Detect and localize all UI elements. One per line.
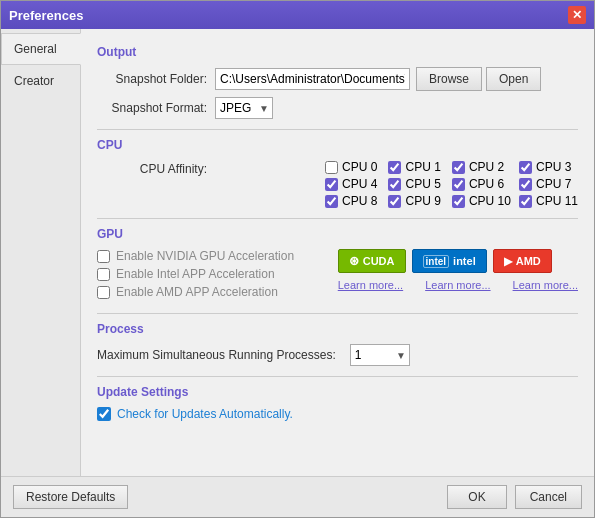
cpu-7-label: CPU 7	[536, 177, 571, 191]
cpu-8-label: CPU 8	[342, 194, 377, 208]
gpu-buttons: ⊛ CUDA intel intel ▶ AMD Learn	[338, 249, 578, 303]
cpu-10-label: CPU 10	[469, 194, 511, 208]
sidebar-item-general[interactable]: General	[1, 33, 81, 65]
amd-icon: ▶	[504, 255, 512, 268]
intel-icon: intel	[423, 255, 450, 268]
amd-button[interactable]: ▶ AMD	[493, 249, 552, 273]
snapshot-format-select[interactable]: JPEG PNG BMP	[215, 97, 273, 119]
gpu-intel-row: Enable Intel APP Acceleration	[97, 267, 322, 281]
cpu-9-label: CPU 9	[405, 194, 440, 208]
cpu-8-item: CPU 8	[325, 194, 380, 208]
check-updates-label: Check for Updates Automatically.	[117, 407, 293, 421]
snapshot-folder-row: Snapshot Folder: Browse Open	[97, 67, 578, 91]
process-row: Maximum Simultaneous Running Processes: …	[97, 344, 578, 366]
gpu-nvidia-row: Enable NVIDIA GPU Acceleration	[97, 249, 322, 263]
learn-more-amd[interactable]: Learn more...	[513, 279, 578, 291]
cpu-11-checkbox[interactable]	[519, 195, 532, 208]
cpu-11-label: CPU 11	[536, 194, 578, 208]
cpu-1-label: CPU 1	[405, 160, 440, 174]
process-section-label: Process	[97, 322, 578, 336]
check-updates-checkbox[interactable]	[97, 407, 111, 421]
max-processes-select[interactable]: 1 2 3 4	[350, 344, 410, 366]
cpu-9-item: CPU 9	[388, 194, 443, 208]
cpu-6-item: CPU 6	[452, 177, 511, 191]
update-row: Check for Updates Automatically.	[97, 407, 578, 421]
cpu-6-label: CPU 6	[469, 177, 504, 191]
title-bar: Preferences ✕	[1, 1, 594, 29]
cpu-2-label: CPU 2	[469, 160, 504, 174]
cpu-5-label: CPU 5	[405, 177, 440, 191]
cpu-0-label: CPU 0	[342, 160, 377, 174]
max-processes-label: Maximum Simultaneous Running Processes:	[97, 348, 336, 362]
intel-label: intel	[453, 255, 476, 267]
snapshot-folder-input[interactable]	[215, 68, 410, 90]
divider-4	[97, 376, 578, 377]
cpu-grid: CPU 0 CPU 1 CPU 2 CPU 3	[325, 160, 578, 208]
gpu-intel-checkbox[interactable]	[97, 268, 110, 281]
cpu-2-checkbox[interactable]	[452, 161, 465, 174]
cpu-5-checkbox[interactable]	[388, 178, 401, 191]
cpu-7-checkbox[interactable]	[519, 178, 532, 191]
cpu-5-item: CPU 5	[388, 177, 443, 191]
snapshot-format-row: Snapshot Format: JPEG PNG BMP ▼	[97, 97, 578, 119]
cpu-3-checkbox[interactable]	[519, 161, 532, 174]
cuda-button[interactable]: ⊛ CUDA	[338, 249, 406, 273]
max-processes-wrapper: 1 2 3 4 ▼	[350, 344, 410, 366]
cpu-0-item: CPU 0	[325, 160, 380, 174]
intel-button[interactable]: intel intel	[412, 249, 487, 273]
cpu-affinity-row: CPU Affinity: CPU 0 CPU 1 CPU 2	[97, 160, 578, 208]
cpu-3-item: CPU 3	[519, 160, 578, 174]
cpu-section-label: CPU	[97, 138, 578, 152]
window-body: General Creator Output Snapshot Folder: …	[1, 29, 594, 476]
divider-1	[97, 129, 578, 130]
browse-button[interactable]: Browse	[416, 67, 482, 91]
snapshot-format-wrapper: JPEG PNG BMP ▼	[215, 97, 273, 119]
cpu-0-checkbox[interactable]	[325, 161, 338, 174]
gpu-nvidia-label: Enable NVIDIA GPU Acceleration	[116, 249, 294, 263]
learn-more-row: Learn more... Learn more... Learn more..…	[338, 279, 578, 291]
output-section-label: Output	[97, 45, 578, 59]
sidebar-item-creator[interactable]: Creator	[1, 65, 80, 97]
footer: Restore Defaults OK Cancel	[1, 476, 594, 517]
cpu-4-checkbox[interactable]	[325, 178, 338, 191]
amd-label: AMD	[516, 255, 541, 267]
cpu-8-checkbox[interactable]	[325, 195, 338, 208]
snapshot-folder-label: Snapshot Folder:	[97, 72, 207, 86]
preferences-window: Preferences ✕ General Creator Output Sna…	[0, 0, 595, 518]
snapshot-format-label: Snapshot Format:	[97, 101, 207, 115]
cpu-2-item: CPU 2	[452, 160, 511, 174]
cpu-7-item: CPU 7	[519, 177, 578, 191]
cpu-1-checkbox[interactable]	[388, 161, 401, 174]
cpu-10-checkbox[interactable]	[452, 195, 465, 208]
divider-3	[97, 313, 578, 314]
cpu-affinity-label: CPU Affinity:	[97, 160, 207, 176]
cpu-6-checkbox[interactable]	[452, 178, 465, 191]
gpu-section-label: GPU	[97, 227, 578, 241]
ok-button[interactable]: OK	[447, 485, 506, 509]
gpu-checkboxes: Enable NVIDIA GPU Acceleration Enable In…	[97, 249, 322, 303]
main-content: Output Snapshot Folder: Browse Open Snap…	[81, 29, 594, 476]
learn-more-cuda[interactable]: Learn more...	[338, 279, 403, 291]
cpu-3-label: CPU 3	[536, 160, 571, 174]
close-button[interactable]: ✕	[568, 6, 586, 24]
gpu-amd-checkbox[interactable]	[97, 286, 110, 299]
update-section-label: Update Settings	[97, 385, 578, 399]
footer-right: OK Cancel	[447, 485, 582, 509]
cpu-4-item: CPU 4	[325, 177, 380, 191]
gpu-nvidia-checkbox[interactable]	[97, 250, 110, 263]
cuda-icon: ⊛	[349, 254, 359, 268]
cpu-9-checkbox[interactable]	[388, 195, 401, 208]
gpu-btn-row-1: ⊛ CUDA intel intel ▶ AMD	[338, 249, 578, 273]
learn-more-intel[interactable]: Learn more...	[425, 279, 490, 291]
restore-defaults-button[interactable]: Restore Defaults	[13, 485, 128, 509]
cpu-1-item: CPU 1	[388, 160, 443, 174]
cpu-11-item: CPU 11	[519, 194, 578, 208]
cancel-button[interactable]: Cancel	[515, 485, 582, 509]
open-button[interactable]: Open	[486, 67, 541, 91]
sidebar: General Creator	[1, 29, 81, 476]
gpu-section: Enable NVIDIA GPU Acceleration Enable In…	[97, 249, 578, 303]
gpu-amd-row: Enable AMD APP Acceleration	[97, 285, 322, 299]
gpu-amd-label: Enable AMD APP Acceleration	[116, 285, 278, 299]
cpu-4-label: CPU 4	[342, 177, 377, 191]
gpu-intel-label: Enable Intel APP Acceleration	[116, 267, 275, 281]
